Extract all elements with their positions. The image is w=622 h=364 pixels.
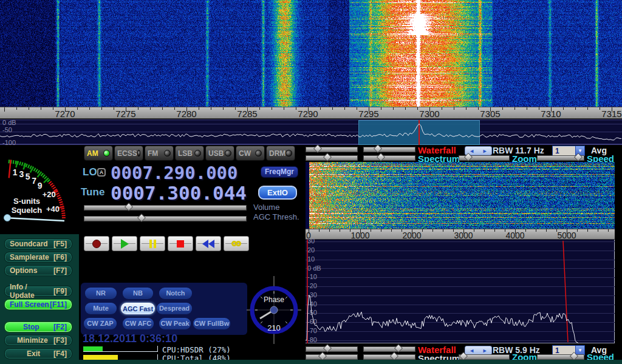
waterfall-lower-slider[interactable]	[363, 147, 415, 152]
waterfall-upper-slider[interactable]	[306, 147, 358, 152]
mode-led	[285, 150, 292, 157]
zoom-slider-2[interactable]	[459, 354, 510, 360]
avg-select-value: 1	[553, 146, 575, 155]
arrow-right-icon[interactable]: ►	[482, 148, 488, 154]
main-waterfall[interactable]	[0, 0, 622, 107]
sidebar-button-minimize[interactable]: Minimize[F3]	[4, 335, 72, 346]
waterfall-lower-slider-2[interactable]	[363, 346, 415, 352]
sidebar-button-options[interactable]: Options[F7]	[4, 265, 72, 276]
phase-label: Phase	[264, 295, 284, 304]
speed-slider[interactable]	[537, 155, 584, 161]
rf-frequency-scale[interactable]: 7270 7275 7280 7285 7290 7295 7300 7305 …	[0, 107, 622, 119]
button-key: [F9]	[53, 287, 67, 295]
arrow-left-icon[interactable]: ◄	[469, 148, 474, 154]
dsp-button-mute[interactable]: Mute	[85, 303, 117, 314]
freqmgr-button[interactable]: FreqMgr	[261, 166, 298, 178]
dsp-button-cw-peak[interactable]: CW Peak	[159, 318, 191, 329]
dsp-button-nr[interactable]: NR	[85, 288, 117, 299]
loop-button[interactable]	[224, 236, 249, 251]
tune-label: Tune	[81, 186, 104, 198]
dsp-button-notch[interactable]: Notch	[159, 288, 192, 299]
phase-value: 210	[267, 323, 281, 332]
tune-frequency-display[interactable]: 0007.300.044	[111, 182, 247, 204]
s-meter[interactable]: S-units Squelch 13579+20+40	[0, 145, 78, 236]
lo-frequency-display[interactable]: 0007.290.000	[111, 163, 238, 183]
transport-bar	[84, 236, 249, 251]
chevron-down-icon[interactable]: ▾	[575, 346, 584, 355]
arrow-right-icon[interactable]: ►	[482, 348, 488, 354]
mode-button-cw[interactable]: CW	[236, 146, 265, 161]
sidebar-button-info-update[interactable]: Info / Update[F9]	[4, 286, 72, 297]
mode-led	[255, 150, 262, 157]
button-label: Soundcard	[10, 240, 48, 248]
zoom-slider[interactable]	[459, 155, 510, 161]
cpu-hdsdr-bar	[83, 346, 158, 352]
arrow-left-icon[interactable]: ◄	[469, 348, 474, 354]
sidebar-button-stop[interactable]: Stop[F2]	[4, 322, 72, 332]
audio-frequency-scale[interactable]: 0 1000 2000 3000 4000 5000	[306, 229, 615, 240]
pause-icon	[149, 240, 156, 248]
stop-playback-button[interactable]	[168, 236, 193, 251]
agc-threshold-slider[interactable]	[84, 216, 247, 221]
volume-label: Volume	[253, 203, 279, 212]
rbw-spinner-2[interactable]: ◄ ►	[465, 346, 492, 355]
spectrum-upper-slider[interactable]	[306, 155, 358, 161]
dsp-button-despread[interactable]: Despread	[157, 303, 192, 314]
spectrum-upper-slider-2[interactable]	[306, 354, 358, 360]
record-button[interactable]	[84, 236, 109, 251]
svg-text:+40: +40	[46, 204, 60, 214]
spectrum-lower-slider-2[interactable]	[363, 354, 415, 360]
pause-button[interactable]	[140, 236, 165, 251]
mode-label: DRM	[269, 149, 285, 158]
overview-spectrum[interactable]: 0 dB -50 -100	[0, 120, 622, 144]
mode-button-ecss[interactable]: ECSS	[114, 146, 143, 161]
svg-text:7: 7	[32, 176, 36, 186]
record-icon	[92, 240, 101, 248]
audio-waterfall[interactable]	[306, 162, 615, 229]
svg-text:1: 1	[13, 167, 18, 177]
dsp-button-agc-fast[interactable]: AGC Fast	[121, 303, 155, 314]
dsp-button-cw-fullbw[interactable]: CW FullBw	[193, 318, 230, 329]
button-key: [F6]	[53, 253, 67, 261]
agc-threshold-label: AGC Thresh.	[253, 212, 299, 221]
button-label: Full Screen	[10, 300, 49, 309]
mode-button-fm[interactable]: FM	[145, 146, 174, 161]
phase-dial[interactable]: Phase 210	[247, 275, 301, 345]
volume-slider[interactable]	[84, 205, 247, 211]
dsp-button-cw-zap[interactable]: CW ZAP	[84, 318, 117, 329]
dsp-button-nb[interactable]: NB	[123, 288, 153, 299]
hdsdr-window: 7270 7275 7280 7285 7290 7295 7300 7305 …	[0, 0, 622, 364]
mode-led	[225, 150, 231, 157]
play-icon	[121, 239, 129, 249]
sidebar-button-soundcard[interactable]: Soundcard[F5]	[4, 238, 72, 249]
button-label: Info / Update	[10, 283, 53, 300]
extio-button[interactable]: ExtIO	[258, 186, 297, 200]
dsp-button-cw-afc[interactable]: CW AFC	[123, 318, 154, 329]
loop-icon	[231, 241, 241, 246]
waterfall-upper-slider-2[interactable]	[306, 346, 358, 352]
spectrum-lower-slider[interactable]	[363, 155, 415, 161]
button-key: [F5]	[53, 240, 67, 248]
button-label: Samplerate	[10, 253, 49, 261]
speed-slider-2[interactable]	[537, 354, 584, 360]
mode-led	[164, 150, 171, 157]
sidebar-button-exit[interactable]: Exit[F4]	[4, 348, 72, 359]
mode-button-drm[interactable]: DRM	[266, 146, 295, 161]
button-label: Stop	[23, 323, 39, 331]
mode-button-lsb[interactable]: LSB	[175, 146, 204, 161]
rewind-icon	[202, 240, 214, 248]
mode-led	[137, 150, 140, 157]
sidebar-button-samplerate[interactable]: Samplerate[F6]	[4, 252, 72, 263]
sidebar-button-fullscreen[interactable]: Full Screen[F11]	[4, 299, 72, 310]
button-key: [F3]	[53, 336, 67, 345]
mode-button-usb[interactable]: USB	[205, 146, 234, 161]
mode-label: AM	[87, 149, 98, 158]
play-button[interactable]	[112, 236, 137, 251]
audio-spectrum[interactable]: 30 20 10 0 dB -10 -20 -30 -40 -50 -60 -7…	[306, 240, 615, 343]
button-key: [F7]	[53, 266, 67, 275]
lo-lock-button[interactable]: A	[97, 168, 106, 177]
mode-label: USB	[208, 149, 224, 158]
mode-label: CW	[239, 149, 251, 158]
mode-button-am[interactable]: AM	[84, 146, 113, 161]
rewind-button[interactable]	[196, 236, 221, 251]
